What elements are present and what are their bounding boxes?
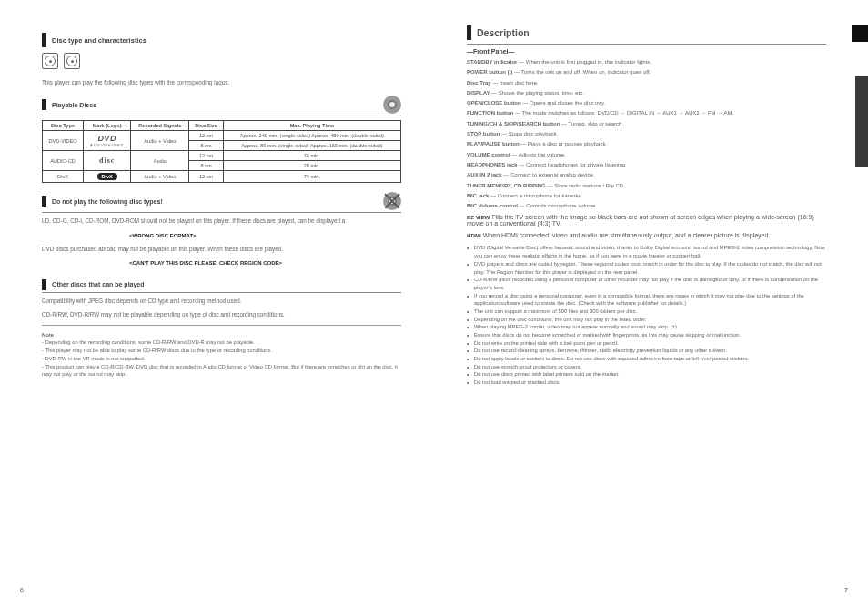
cell-signal: Audio + Video xyxy=(131,131,189,151)
section-mark-icon xyxy=(42,99,46,110)
front-item: AUX IN 2 jack — Connect to external anal… xyxy=(467,171,826,179)
cell-size: 12 cm xyxy=(189,131,223,141)
front-item: HEADPHONES jack — Connect headphones for… xyxy=(467,161,826,169)
left-intro: This player can play the following disc … xyxy=(42,78,401,86)
th-time: Max. Playing Time xyxy=(223,121,400,131)
note-item: This player may not be able to play some… xyxy=(42,347,401,355)
note-item: DVD-RW in the VR mode is not supported. xyxy=(42,355,401,363)
bullet-item: Do not write on the printed side with a … xyxy=(467,339,826,348)
edge-tab-side-icon xyxy=(855,76,868,167)
other-body2: CD-R/RW, DVD-R/RW may not be playable de… xyxy=(42,310,401,318)
warn-region-code: <CAN'T PLAY THIS DISC PLEASE, CHECK REGI… xyxy=(129,258,401,268)
right-title-row: Description xyxy=(467,25,826,45)
cell-type: AUDIO-CD xyxy=(43,151,84,171)
cell-type: DivX xyxy=(43,171,84,183)
bullet-item: Do not use scratch-proof protectors or c… xyxy=(467,363,826,371)
disc-icon-row xyxy=(42,53,401,69)
front-item: MIC jack — Connect a microphone for kara… xyxy=(467,192,826,200)
cell-time: 20 min. xyxy=(223,161,400,171)
front-item: TUNER MEMORY, CD RIPPING — Store radio s… xyxy=(467,182,826,190)
cell-signal: Audio + Video xyxy=(131,171,189,183)
front-item: OPEN/CLOSE button — Opens and closes the… xyxy=(467,99,826,107)
th-signal: Recorded Signals xyxy=(131,121,189,131)
bullet-item: Do not load warped or cracked discs. xyxy=(467,379,826,387)
notes-block: Note Depending on the recording conditio… xyxy=(42,331,401,379)
page-number-left: 6 xyxy=(20,587,24,593)
page-number-right: 7 xyxy=(844,587,848,593)
cell-size: 8 cm xyxy=(189,141,223,151)
edge-tab-icon xyxy=(852,25,868,42)
cell-logo: DVDAUDIO/VIDEO xyxy=(84,131,131,151)
notplay-header: Do not play the following disc types! xyxy=(52,198,163,205)
front-item: VOLUME control — Adjusts the volume. xyxy=(467,151,826,159)
other-header-row: Other discs that can be played xyxy=(42,279,401,293)
cell-signal: Audio xyxy=(131,151,189,171)
front-item: TUNING/CH & SKIP/SEARCH button — Tuning,… xyxy=(467,120,826,128)
note-heading: Note xyxy=(42,331,401,339)
front-panel-list: STANDBY indicator — When the unit is fir… xyxy=(467,58,826,210)
disc-ok-icon xyxy=(383,96,401,114)
front-item: MIC Volume control — Controls microphone… xyxy=(467,202,826,210)
note-item: Depending on the recording conditions, s… xyxy=(42,338,401,347)
bullet-item: Do not use record-cleaning sprays, benze… xyxy=(467,347,826,355)
th-size: Disc Size xyxy=(189,121,223,131)
front-item: FUNCTION button — The mode switches as f… xyxy=(467,109,826,117)
page-right: Description —Front Panel— STANDBY indica… xyxy=(434,0,868,606)
table-row: DivX DivX Audio + Video 12 cm 74 min. xyxy=(43,171,401,183)
notplay-intro1: LD, CD-G, CD-I, CD-ROM, DVD-ROM should n… xyxy=(42,217,401,225)
cell-size: 12 cm xyxy=(189,171,223,183)
left-title-row: Disc type and characteristics xyxy=(42,33,401,47)
right-title: Description xyxy=(477,27,530,38)
table-row: DVD-VIDEO DVDAUDIO/VIDEO Audio + Video 1… xyxy=(43,131,401,141)
cell-logo: DivX xyxy=(84,171,131,183)
ezview-title: EZ VIEW xyxy=(467,214,490,220)
hdmi-body: When HDMI connected, video and audio are… xyxy=(483,232,771,238)
notplay-header-row: Do not play the following disc types! xyxy=(42,192,401,213)
bullet-item: When playing MPEG-2 format, video may no… xyxy=(467,323,826,331)
disc-icon xyxy=(42,53,58,69)
warn-wrong-format: <WRONG DISC FORMAT> xyxy=(129,231,401,241)
ezview-body: Fills the TV screen with the image so bl… xyxy=(467,214,814,227)
cell-size: 12 cm xyxy=(189,151,223,161)
section-mark-icon xyxy=(42,279,46,290)
other-header: Other discs that can be played xyxy=(52,281,145,288)
disc-icon xyxy=(64,53,80,69)
front-item: STANDBY indicator — When the unit is fir… xyxy=(467,58,826,66)
note-item: This product can play a CD-R/CD-RW, DVD … xyxy=(42,363,401,379)
playable-header: Playable Discs xyxy=(52,102,96,108)
cell-logo: disc xyxy=(84,151,131,171)
cell-time: Approx. 240 min. (single-sided) Approx. … xyxy=(223,131,400,141)
th-type: Disc Type xyxy=(43,121,84,131)
section-mark-icon xyxy=(42,33,46,47)
bullet-item: CD-R/RW discs recorded using a personal … xyxy=(467,276,826,291)
section-mark-icon xyxy=(42,196,46,207)
ezview-block: EZ VIEW Fills the TV screen with the ima… xyxy=(467,214,826,227)
cell-time: Approx. 80 min. (single-sided) Approx. 1… xyxy=(223,141,400,151)
th-logo: Mark (Logo) xyxy=(84,121,131,131)
bullet-item: DVD players and discs are coded by regio… xyxy=(467,260,826,276)
divider xyxy=(42,325,401,326)
page-left: Disc type and characteristics This playe… xyxy=(0,0,434,606)
bullet-item: Do not apply labels or stickers to discs… xyxy=(467,355,826,363)
bullet-item: Depending on the disc conditions, the un… xyxy=(467,316,826,324)
bullet-item: The unit can support a maximum of 500 fi… xyxy=(467,308,826,316)
playable-header-row: Playable Discs xyxy=(42,96,401,116)
disc-no-icon xyxy=(383,192,401,210)
front-item: Disc Tray — Insert disc here. xyxy=(467,79,826,87)
bullet-item: If you record a disc using a personal co… xyxy=(467,292,826,308)
cell-type: DVD-VIDEO xyxy=(43,131,84,151)
disc-table: Disc Type Mark (Logo) Recorded Signals D… xyxy=(42,120,401,183)
disc-bullets: DVD (Digital Versatile Disc) offers fant… xyxy=(467,244,826,386)
other-body1: Compatibility with JPEG disc depends on … xyxy=(42,297,401,305)
front-panel-heading: —Front Panel— xyxy=(467,48,826,55)
cell-time: 74 min. xyxy=(223,151,400,161)
front-item: POWER button ( ) — Turns the unit on and… xyxy=(467,68,826,76)
hdmi-title: HDMI xyxy=(467,232,481,238)
bullet-item: Ensure that discs do not become scratche… xyxy=(467,331,826,339)
table-row: AUDIO-CD disc Audio 12 cm 74 min. xyxy=(43,151,401,161)
bullet-item: DVD (Digital Versatile Disc) offers fant… xyxy=(467,244,826,259)
notplay-intro2: DVD discs purchased abroad may not be pl… xyxy=(42,245,401,253)
bullet-item: Do not use discs printed with label prin… xyxy=(467,370,826,379)
left-title: Disc type and characteristics xyxy=(52,36,146,45)
front-item: STOP button — Stops disc playback. xyxy=(467,130,826,138)
